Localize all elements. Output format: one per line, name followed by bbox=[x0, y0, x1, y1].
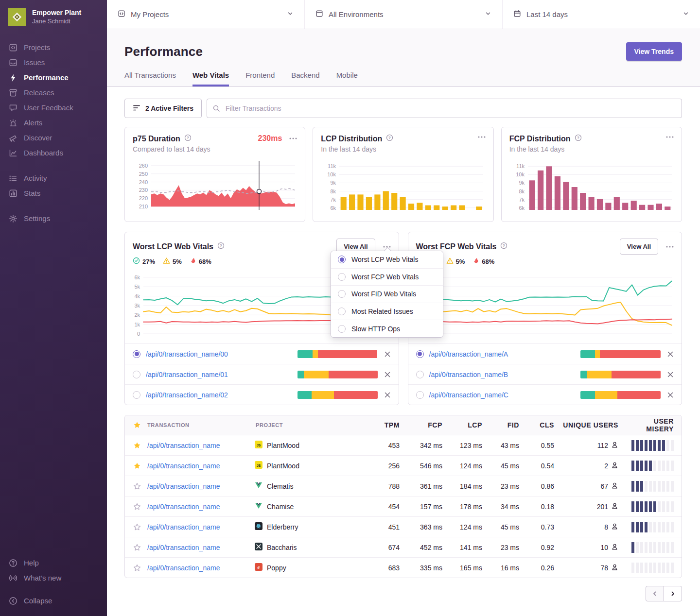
help-icon[interactable]: ? bbox=[500, 242, 508, 251]
date-range-dropdown[interactable]: Last 14 days bbox=[502, 0, 700, 29]
sidebar-item-discover[interactable]: Discover bbox=[0, 130, 107, 145]
project-cell[interactable]: JSPlantMood bbox=[255, 461, 376, 470]
transaction-radio[interactable] bbox=[133, 371, 140, 378]
close-icon[interactable] bbox=[384, 392, 391, 398]
project-cell[interactable]: Elderberry bbox=[255, 522, 376, 531]
close-icon[interactable] bbox=[667, 392, 674, 398]
star-column-header[interactable] bbox=[125, 421, 146, 429]
discover-icon bbox=[9, 134, 18, 142]
next-page-button[interactable] bbox=[664, 586, 682, 601]
card-menu-icon[interactable] bbox=[478, 134, 486, 140]
dropdown-option-worst-fid-web-vitals[interactable]: Worst FID Web Vitals bbox=[331, 285, 443, 303]
close-icon[interactable] bbox=[384, 351, 391, 358]
org-switcher[interactable]: Empower Plant Jane Schmidt bbox=[0, 0, 107, 32]
sidebar-item-user-feedback[interactable]: User Feedback bbox=[0, 100, 107, 115]
project-cell[interactable]: ePoppy bbox=[255, 563, 376, 572]
transaction-link[interactable]: /api/0/transaction_name bbox=[147, 503, 220, 511]
close-icon[interactable] bbox=[667, 371, 674, 378]
sidebar-item-collapse[interactable]: Collapse bbox=[0, 593, 107, 608]
card-menu-icon[interactable] bbox=[666, 244, 674, 250]
help-icon[interactable]: ? bbox=[184, 134, 192, 143]
tab-backend[interactable]: Backend bbox=[291, 71, 319, 86]
environment-filter-dropdown[interactable]: All Environments bbox=[304, 0, 502, 29]
transaction-link[interactable]: /api/0/transaction_name bbox=[147, 482, 220, 490]
project-cell[interactable]: Chamise bbox=[255, 502, 376, 511]
transaction-radio[interactable] bbox=[416, 391, 424, 399]
column-header-fcp[interactable]: FCP bbox=[407, 421, 450, 429]
tab-frontend[interactable]: Frontend bbox=[245, 71, 275, 86]
card-menu-icon[interactable] bbox=[666, 134, 674, 140]
transaction-link[interactable]: /api/0/transaction_name bbox=[147, 462, 220, 470]
option-radio bbox=[338, 256, 346, 263]
star-toggle[interactable] bbox=[125, 462, 146, 470]
sidebar-item-issues[interactable]: Issues bbox=[0, 55, 107, 70]
column-header-project[interactable]: PROJECT bbox=[255, 422, 376, 428]
tab-all-transactions[interactable]: All Transactions bbox=[124, 71, 176, 86]
svg-text:e: e bbox=[258, 564, 260, 570]
transaction-search-input[interactable] bbox=[207, 99, 682, 118]
transaction-radio[interactable] bbox=[416, 350, 424, 358]
column-header-unique-users[interactable]: UNIQUE USERS bbox=[562, 421, 624, 429]
transaction-link[interactable]: /api/0/transaction_name/00 bbox=[146, 350, 292, 358]
star-toggle[interactable] bbox=[125, 442, 146, 449]
sidebar-item-what-s-new[interactable]: What’s new bbox=[0, 570, 107, 585]
transaction-link[interactable]: /api/0/transaction_name bbox=[147, 564, 220, 572]
column-header-transaction[interactable]: TRANSACTION bbox=[146, 422, 255, 428]
project-cell[interactable]: JSPlantMood bbox=[255, 441, 376, 450]
sidebar-item-performance[interactable]: Performance bbox=[0, 70, 107, 85]
unique-users-value: 2 bbox=[562, 462, 624, 470]
transaction-link[interactable]: /api/0/transaction_name bbox=[147, 523, 220, 531]
transaction-link[interactable]: /api/0/transaction_name bbox=[147, 544, 220, 551]
view-all-button[interactable]: View All bbox=[620, 239, 658, 255]
tab-web-vitals[interactable]: Web Vitals bbox=[192, 71, 229, 86]
sidebar-item-dashboards[interactable]: Dashboards bbox=[0, 145, 107, 160]
sidebar-item-stats[interactable]: Stats bbox=[0, 186, 107, 201]
project-cell[interactable]: Clematis bbox=[255, 481, 376, 491]
sidebar-item-alerts[interactable]: Alerts bbox=[0, 115, 107, 130]
view-trends-button[interactable]: View Trends bbox=[626, 42, 682, 61]
sidebar-item-settings[interactable]: Settings bbox=[0, 211, 107, 226]
close-icon[interactable] bbox=[384, 371, 391, 378]
project-cell[interactable]: Baccharis bbox=[255, 543, 376, 552]
help-icon[interactable]: ? bbox=[575, 134, 582, 143]
worst-fcp-vitals-card: Worst FCP Web Vitals ? View All 27% 5% 6… bbox=[408, 232, 682, 405]
star-toggle[interactable] bbox=[125, 482, 146, 490]
transaction-radio[interactable] bbox=[133, 391, 140, 399]
svg-text:?: ? bbox=[187, 136, 189, 140]
transaction-link[interactable]: /api/0/transaction_name/C bbox=[429, 391, 576, 399]
help-icon[interactable]: ? bbox=[386, 134, 393, 143]
sidebar-item-help[interactable]: Help bbox=[0, 555, 107, 570]
column-header-fid[interactable]: FID bbox=[490, 421, 527, 429]
help-icon[interactable]: ? bbox=[217, 242, 225, 251]
dropdown-option-slow-http-ops[interactable]: Slow HTTP Ops bbox=[331, 320, 443, 337]
sidebar-item-projects[interactable]: Projects bbox=[0, 40, 107, 55]
transaction-link[interactable]: /api/0/transaction_name/B bbox=[429, 371, 576, 378]
transaction-link[interactable]: /api/0/transaction_name/A bbox=[429, 350, 576, 358]
column-header-lcp[interactable]: LCP bbox=[450, 421, 490, 429]
transaction-link[interactable]: /api/0/transaction_name bbox=[147, 442, 220, 449]
project-filter-dropdown[interactable]: My Projects bbox=[107, 0, 304, 29]
sidebar-item-activity[interactable]: Activity bbox=[0, 171, 107, 186]
star-toggle[interactable] bbox=[125, 564, 146, 572]
fcp-distribution-card: FCP Distribution ? In the last 14 days 6… bbox=[501, 127, 682, 222]
close-icon[interactable] bbox=[667, 351, 674, 358]
column-header-tpm[interactable]: TPM bbox=[376, 421, 407, 429]
star-toggle[interactable] bbox=[125, 544, 146, 551]
star-toggle[interactable] bbox=[125, 503, 146, 511]
sidebar-item-releases[interactable]: Releases bbox=[0, 85, 107, 100]
page-content: 2 Active Filters p75 Duration ? 230ms bbox=[107, 87, 700, 614]
person-icon bbox=[611, 462, 618, 470]
dropdown-option-most-related-issues[interactable]: Most Related Issues bbox=[331, 303, 443, 320]
card-menu-icon[interactable] bbox=[289, 136, 297, 141]
column-header-user-misery[interactable]: USER MISERY bbox=[624, 417, 682, 433]
transaction-radio[interactable] bbox=[133, 350, 140, 358]
tab-mobile[interactable]: Mobile bbox=[336, 71, 358, 86]
transaction-link[interactable]: /api/0/transaction_name/02 bbox=[146, 391, 292, 399]
transaction-radio[interactable] bbox=[416, 371, 424, 378]
dropdown-option-worst-fcp-web-vitals[interactable]: Worst FCP Web Vitals bbox=[331, 268, 443, 286]
star-toggle[interactable] bbox=[125, 523, 146, 531]
svg-text:7k: 7k bbox=[519, 197, 525, 203]
transaction-link[interactable]: /api/0/transaction_name/01 bbox=[146, 371, 292, 378]
active-filters-button[interactable]: 2 Active Filters bbox=[124, 99, 202, 118]
column-header-cls[interactable]: CLS bbox=[527, 421, 562, 429]
